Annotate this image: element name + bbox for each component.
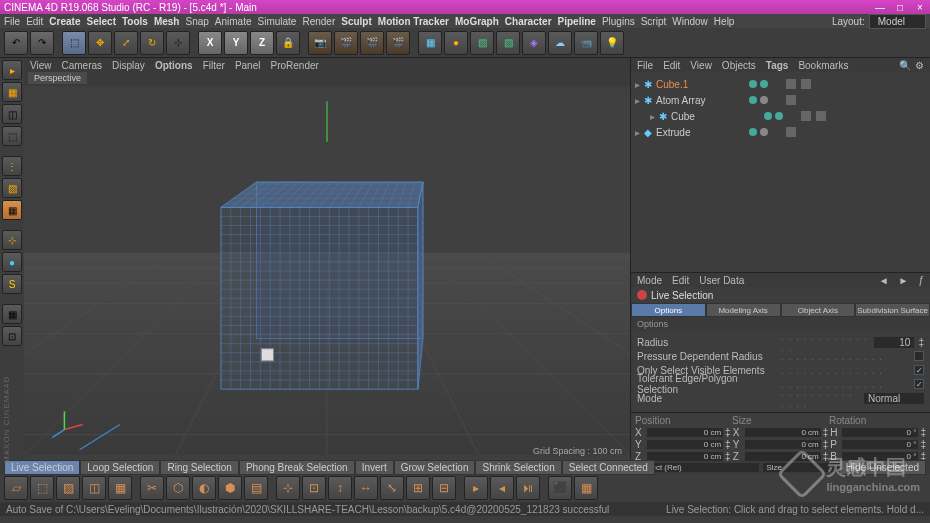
tree-row[interactable]: ▸✱Atom Array <box>635 92 926 108</box>
attr-checkbox[interactable] <box>914 351 924 361</box>
workplane-tool[interactable]: ▦ <box>2 304 22 324</box>
visibility-dot[interactable] <box>760 80 768 88</box>
obj-menu-view[interactable]: View <box>690 60 712 71</box>
texture-mode[interactable]: ◫ <box>2 104 22 124</box>
attr-nav-fwd[interactable]: ► <box>899 275 909 286</box>
rotate-tool[interactable]: ↻ <box>140 31 164 55</box>
add-light[interactable]: 💡 <box>600 31 624 55</box>
menu-mograph[interactable]: MoGraph <box>455 16 499 27</box>
menu-select[interactable]: Select <box>87 16 116 27</box>
modeling-tool[interactable]: ⤡ <box>380 476 404 500</box>
vp-menu-view[interactable]: View <box>30 60 52 71</box>
menu-script[interactable]: Script <box>641 16 667 27</box>
obj-menu-bookmarks[interactable]: Bookmarks <box>798 60 848 71</box>
menu-file[interactable]: File <box>4 16 20 27</box>
rot-input[interactable]: 0 ° <box>842 440 918 449</box>
tag-icon[interactable] <box>801 111 811 121</box>
sel-tab-grow-selection[interactable]: Grow Selection <box>394 460 476 475</box>
filter-icon[interactable]: ⚙ <box>915 60 924 71</box>
modeling-tool[interactable]: ◂ <box>490 476 514 500</box>
axis-mode[interactable]: ⊹ <box>2 230 22 250</box>
obj-menu-file[interactable]: File <box>637 60 653 71</box>
visibility-dot[interactable] <box>764 112 772 120</box>
menu-window[interactable]: Window <box>672 16 708 27</box>
menu-sculpt[interactable]: Sculpt <box>341 16 372 27</box>
tag-icon[interactable] <box>801 79 811 89</box>
snap-enable[interactable]: S <box>2 274 22 294</box>
expand-icon[interactable]: ▸ <box>650 111 655 122</box>
tag-icon[interactable] <box>786 127 796 137</box>
modeling-tool[interactable]: ◐ <box>192 476 216 500</box>
menu-help[interactable]: Help <box>714 16 735 27</box>
select-tool[interactable]: ⬚ <box>62 31 86 55</box>
y-axis-lock[interactable]: Y <box>224 31 248 55</box>
modeling-tool[interactable]: ⬡ <box>166 476 190 500</box>
menu-character[interactable]: Character <box>505 16 552 27</box>
search-icon[interactable]: 🔍 <box>899 60 911 71</box>
visibility-dot[interactable] <box>775 112 783 120</box>
visibility-dot[interactable] <box>760 96 768 104</box>
sel-tab-live-selection[interactable]: Live Selection <box>4 460 80 475</box>
tag-icon[interactable] <box>786 79 796 89</box>
add-camera[interactable]: 📹 <box>574 31 598 55</box>
minimize-button[interactable]: — <box>874 2 886 13</box>
render-region[interactable]: 🎬 <box>334 31 358 55</box>
menu-create[interactable]: Create <box>49 16 80 27</box>
sel-tab-invert[interactable]: Invert <box>355 460 394 475</box>
tree-row[interactable]: ▸◆Extrude <box>635 124 926 140</box>
polygons-mode[interactable]: ▦ <box>2 200 22 220</box>
tree-row[interactable]: ▸✱Cube <box>635 108 926 124</box>
object-name[interactable]: Extrude <box>656 127 746 138</box>
scale-tool[interactable]: ⤢ <box>114 31 138 55</box>
tag-icon[interactable] <box>786 95 796 105</box>
expand-icon[interactable]: ▸ <box>635 127 640 138</box>
modeling-tool[interactable]: ▨ <box>56 476 80 500</box>
rot-input[interactable]: 0 ° <box>842 428 918 437</box>
sel-tab-select-connected[interactable]: Select Connected <box>562 460 655 475</box>
object-name[interactable]: Cube <box>671 111 761 122</box>
modeling-tool[interactable]: ⬚ <box>30 476 54 500</box>
size-input[interactable]: 0 cm <box>745 452 821 461</box>
sel-tab-ring-selection[interactable]: Ring Selection <box>160 460 238 475</box>
size-input[interactable]: 0 cm <box>745 428 821 437</box>
menu-render[interactable]: Render <box>302 16 335 27</box>
add-cube[interactable]: ▦ <box>418 31 442 55</box>
redo-button[interactable]: ↷ <box>30 31 54 55</box>
viewport[interactable]: Grid Spacing : 100 cm <box>24 86 630 460</box>
modeling-tool[interactable]: ⊹ <box>276 476 300 500</box>
attr-nav-back[interactable]: ◄ <box>879 275 889 286</box>
x-axis-lock[interactable]: X <box>198 31 222 55</box>
vp-menu-cameras[interactable]: Cameras <box>62 60 103 71</box>
hide-unselected-tab[interactable]: Hide Unselected <box>839 460 926 475</box>
menu-animate[interactable]: Animate <box>215 16 252 27</box>
vp-menu-prorender[interactable]: ProRender <box>270 60 318 71</box>
expand-icon[interactable]: ▸ <box>635 95 640 106</box>
vp-menu-options[interactable]: Options <box>155 60 193 71</box>
add-generator[interactable]: ▨ <box>470 31 494 55</box>
modeling-tool[interactable]: ⏯ <box>516 476 540 500</box>
visibility-dot[interactable] <box>749 80 757 88</box>
menu-plugins[interactable]: Plugins <box>602 16 635 27</box>
visibility-dot[interactable] <box>749 96 757 104</box>
tag-icon[interactable] <box>816 111 826 121</box>
attr-menu-user-data[interactable]: User Data <box>699 275 744 286</box>
modeling-tool[interactable]: ▸ <box>464 476 488 500</box>
obj-menu-edit[interactable]: Edit <box>663 60 680 71</box>
menu-motion-tracker[interactable]: Motion Tracker <box>378 16 449 27</box>
vp-menu-filter[interactable]: Filter <box>203 60 225 71</box>
tweak-mode[interactable]: ● <box>2 252 22 272</box>
attr-fn[interactable]: ƒ <box>918 275 924 286</box>
modeling-tool[interactable]: ⊡ <box>302 476 326 500</box>
object-name[interactable]: Atom Array <box>656 95 746 106</box>
attr-checkbox[interactable]: ✓ <box>914 365 924 375</box>
modeling-tool[interactable]: ⬛ <box>548 476 572 500</box>
attr-tab-modeling-axis[interactable]: Modeling Axis <box>706 303 781 317</box>
modeling-tool[interactable]: ✂ <box>140 476 164 500</box>
modeling-tool[interactable]: ↔ <box>354 476 378 500</box>
make-editable[interactable]: ▸ <box>2 60 22 80</box>
attr-value-input[interactable]: 10 <box>874 337 914 348</box>
spinner-icon[interactable]: ‡ <box>918 337 924 348</box>
z-axis-lock[interactable]: Z <box>250 31 274 55</box>
pos-input[interactable]: 0 cm <box>647 440 723 449</box>
sel-tab-loop-selection[interactable]: Loop Selection <box>80 460 160 475</box>
